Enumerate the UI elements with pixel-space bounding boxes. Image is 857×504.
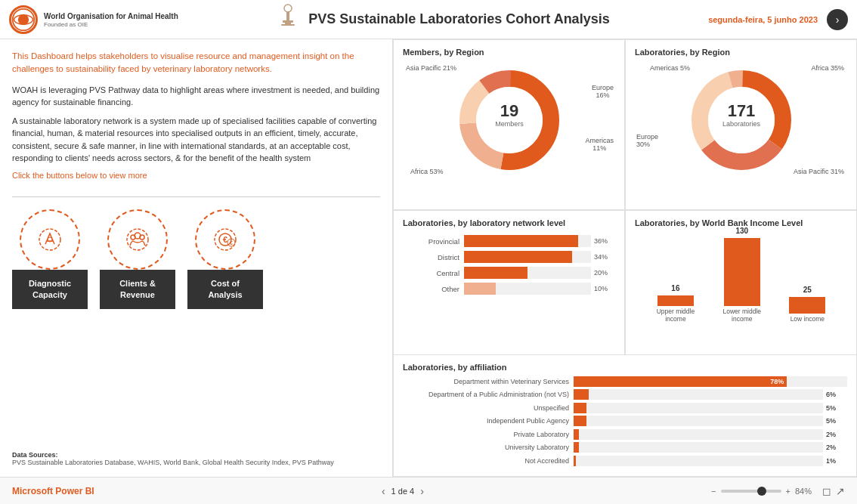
svg-point-14 [135, 233, 141, 239]
wb-bar-upper [657, 295, 694, 306]
affil-label-notacc: Not Accredited [403, 457, 569, 465]
wb-lower-middle: 130 Lower middleincome [722, 227, 761, 323]
wb-label-low: Low income [790, 315, 825, 323]
fullscreen-button[interactable]: ◻ [822, 485, 831, 497]
svg-rect-5 [283, 20, 293, 23]
zoom-level: 84% [795, 487, 812, 496]
bar-label-other: Other [403, 285, 459, 293]
americas-5-label: Americas 5% [650, 64, 690, 72]
wb-value-lower: 130 [735, 227, 748, 235]
svg-text:Members: Members [495, 120, 524, 128]
diagnostic-button-group[interactable]: DiagnosticCapacity [12, 209, 88, 309]
labs-region-title: Laboratories, by Region [635, 48, 847, 57]
affil-track-notacc [574, 456, 823, 466]
bar-pct-central: 20% [594, 269, 615, 277]
bar-track-district [464, 251, 591, 263]
affil-track-priv [574, 429, 823, 440]
svg-text:19: 19 [500, 101, 518, 120]
main-container: World Organisation for Animal Health Fou… [0, 0, 857, 504]
wb-value-low: 25 [803, 286, 812, 294]
diagnostic-button[interactable]: DiagnosticCapacity [12, 270, 88, 309]
right-panel: Members, by Region 19 [393, 39, 857, 477]
share-button[interactable]: ↗ [836, 485, 845, 497]
affil-track-vet: 78% [574, 376, 847, 387]
zoom-minus-icon: − [711, 487, 716, 496]
affil-row-pub: Department of a Public Administration (n… [403, 389, 847, 400]
affil-label-uni: University Laboratory [403, 444, 569, 451]
affil-pct-notacc: 1% [826, 457, 847, 465]
svg-text:171: 171 [727, 101, 755, 120]
svg-point-1 [18, 14, 29, 24]
svg-text:Laboratories: Laboratories [722, 120, 760, 128]
data-sources-text: PVS Sustainable Laboratories Database, W… [12, 459, 380, 466]
svg-point-3 [284, 5, 292, 12]
europe-30-label: Europe30% [636, 133, 658, 148]
affil-pct-indep: 5% [826, 417, 847, 425]
labs-affiliation-title: Laboratories, by affiliation [403, 363, 847, 372]
svg-rect-4 [286, 11, 289, 20]
clients-button[interactable]: Clients &Revenue [100, 270, 175, 309]
bar-fill-other [464, 283, 496, 295]
next-page-button[interactable]: › [420, 485, 424, 497]
header-center: PVS Sustainable Laboratories Cohort Anal… [178, 4, 708, 36]
page-total: 4 [410, 487, 414, 496]
powerbi-link[interactable]: Microsoft Power BI [12, 486, 94, 496]
bar-label-provincial: Provincial [403, 237, 459, 246]
bar-label-district: District [403, 253, 459, 261]
body-text-1: WOAH is leveraging PVS Pathway data to h… [12, 84, 380, 109]
members-region-chart: Members, by Region 19 [393, 39, 625, 210]
prev-page-button[interactable]: ‹ [382, 485, 385, 497]
africa-label: Africa 53% [410, 168, 444, 175]
affil-fill-indep [574, 416, 586, 426]
org-info: World Organisation for Animal Health Fou… [44, 11, 178, 28]
affil-track-pub [574, 389, 823, 400]
labs-affiliation-chart: Laboratories, by affiliation Department … [393, 355, 857, 478]
microscope-icon [277, 4, 299, 36]
clients-button-group[interactable]: Clients &Revenue [100, 209, 175, 309]
svg-point-11 [127, 229, 148, 250]
labs-region-chart: Laboratories, by Region 171 [625, 39, 857, 210]
wb-bar-lower [724, 238, 760, 306]
cost-button[interactable]: Cost ofAnalysis [187, 270, 263, 309]
affil-pct-uni: 2% [826, 444, 847, 451]
affil-pct-vet: 78% [770, 378, 784, 385]
wb-value-upper: 16 [671, 284, 679, 292]
affil-fill-pub [574, 389, 589, 400]
zoom-plus-icon: + [786, 487, 790, 496]
page-indicator: 1 de 4 [391, 487, 415, 496]
header-right: segunda-feira, 5 junho 2023 › [708, 9, 848, 30]
members-donut-svg: 19 Members [453, 63, 566, 177]
affil-pct-pub: 6% [826, 391, 847, 398]
date-display: segunda-feira, 5 junho 2023 [708, 15, 818, 24]
svg-rect-6 [285, 23, 291, 24]
affil-track-unspec [574, 403, 823, 413]
cost-button-group[interactable]: € € Cost ofAnalysis [187, 209, 263, 309]
affil-row-vet: Department within Veterinary Services 78… [403, 376, 847, 387]
nav-arrow[interactable]: › [827, 9, 848, 30]
affil-label-priv: Private Laboratory [403, 431, 569, 438]
bar-track-provincial [464, 235, 591, 247]
logo-area: World Organisation for Animal Health Fou… [9, 5, 178, 34]
org-name: World Organisation for Animal Health [44, 11, 178, 21]
left-panel: This Dashboard helps stakeholders to vis… [0, 39, 393, 477]
affil-track-indep [574, 416, 823, 426]
bar-row-district: District 34% [403, 251, 615, 263]
wb-chart-bars: 16 Upper middleincome 130 Lower middlein… [635, 232, 847, 323]
affil-track-uni [574, 442, 823, 453]
data-sources: Data Sources: PVS Sustainable Laboratori… [12, 451, 380, 466]
page-nav: ‹ 1 de 4 › [382, 485, 424, 497]
page-current: 1 [391, 487, 396, 496]
affil-fill-priv [574, 429, 579, 440]
header-bar: World Organisation for Animal Health Fou… [0, 0, 857, 39]
europe-label: Europe16% [592, 84, 614, 99]
bar-track-other [464, 283, 591, 295]
zoom-slider[interactable] [721, 490, 781, 493]
buttons-row: DiagnosticCapacity Clients &Revenue [12, 209, 380, 309]
svg-text:€: € [223, 235, 227, 244]
affil-fill-vet: 78% [574, 376, 787, 387]
labs-donut-svg: 171 Laboratories [685, 63, 798, 177]
bar-row-central: Central 20% [403, 267, 615, 279]
wb-upper-middle: 16 Upper middleincome [657, 284, 695, 323]
main-title: PVS Sustainable Laboratories Cohort Anal… [308, 11, 609, 27]
affil-row-indep: Independent Public Agency 5% [403, 416, 847, 426]
